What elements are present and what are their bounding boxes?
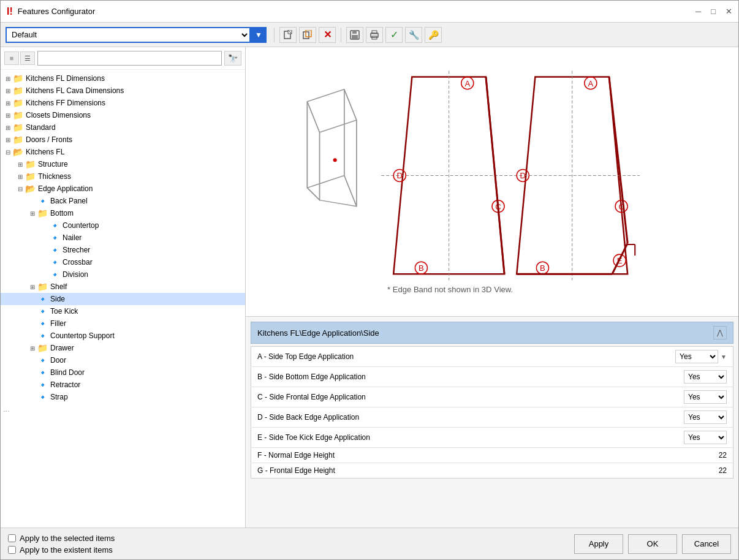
tree-item-blind-door[interactable]: 🔹 Blind Door	[1, 366, 245, 379]
tree-toggle	[28, 306, 37, 316]
tree-item-side[interactable]: 🔹 Side	[1, 293, 245, 305]
tree-item-bottom[interactable]: ⊞ 📁 Bottom	[1, 207, 245, 219]
dropdown-arrow-button[interactable]: ▼	[251, 27, 267, 43]
properties-header: Kitchens FL\Edge Application\Side ⋀	[251, 322, 733, 344]
panel-diagram-left: A D C B	[381, 71, 517, 281]
tree-item-standard[interactable]: ⊞ 📁 Standard	[1, 121, 245, 134]
prop-select-d-back[interactable]: YesNo	[684, 411, 727, 424]
prop-select-e-toekick[interactable]: YesNo	[684, 431, 727, 444]
save-button[interactable]	[346, 27, 363, 43]
prop-display-g-frontal: 22	[719, 466, 727, 475]
tree-toggle	[28, 355, 37, 365]
search-bar: ≡ ☰ 🔭	[1, 47, 245, 70]
prop-value-c-frontal: YesNo	[564, 387, 733, 407]
tree-item-strap[interactable]: 🔹 Strap	[1, 391, 245, 403]
tree-item-thickness[interactable]: ⊞ 📁 Thickness	[1, 170, 245, 183]
bottom-bar: Apply to the selected items Apply to the…	[1, 528, 738, 559]
prop-select-c-frontal[interactable]: YesNo	[684, 390, 727, 404]
tree-item-door[interactable]: 🔹 Door	[1, 354, 245, 366]
apply-button[interactable]: Apply	[574, 534, 623, 554]
tree-item-shelf[interactable]: ⊞ 📁 Shelf	[1, 281, 245, 293]
tree-item-crossbar[interactable]: 🔹 Crossbar	[1, 256, 245, 268]
prop-label-a-top: A - Side Top Edge Application	[251, 347, 565, 367]
checkbox-selected-items[interactable]	[8, 534, 16, 542]
tree-view-button[interactable]: ≡	[4, 51, 19, 65]
wrench-button[interactable]: 🔧	[405, 27, 422, 43]
tree-list-button[interactable]: ☰	[20, 51, 35, 65]
key-button[interactable]: 🔑	[425, 27, 442, 43]
tree-item-kitchens-fl-cava[interactable]: ⊞ 📁 Kitchens FL Cava Dimensions	[1, 85, 245, 97]
tree-item-closets-dim[interactable]: ⊞ 📁 Closets Dimensions	[1, 109, 245, 121]
leaf-icon: 🔹	[50, 245, 60, 255]
tree-item-countertop[interactable]: 🔹 Countertop	[1, 219, 245, 232]
svg-point-19	[333, 158, 337, 162]
tree-toggle	[40, 233, 50, 243]
tree-toggle	[28, 196, 37, 206]
close-button[interactable]: ✕	[726, 7, 732, 16]
svg-marker-14	[344, 89, 357, 206]
tree-item-strecher[interactable]: 🔹 Strecher	[1, 244, 245, 256]
tree-item-division[interactable]: 🔹 Division	[1, 268, 245, 281]
cabinet-sketch	[307, 89, 356, 206]
tree-item-nailer[interactable]: 🔹 Nailer	[1, 232, 245, 244]
ok-button[interactable]: OK	[628, 534, 677, 554]
minimize-button[interactable]: ─	[695, 7, 701, 16]
preset-dropdown-wrapper: Default ▼	[6, 27, 269, 43]
delete-button[interactable]: ✕	[319, 27, 336, 43]
maximize-button[interactable]: □	[711, 7, 716, 16]
prop-value-d-back: YesNo	[564, 407, 733, 427]
checkbox-existent-items[interactable]	[8, 546, 16, 554]
tree-item-back-panel[interactable]: 🔹 Back Panel	[1, 195, 245, 207]
tree-toggle: ⊞	[28, 282, 37, 292]
checkbox-selected-items-row[interactable]: Apply to the selected items	[8, 534, 115, 543]
copy-button[interactable]	[299, 27, 316, 43]
tree-item-doors-fronts[interactable]: ⊞ 📁 Doors / Fronts	[1, 134, 245, 146]
leaf-icon: 🔹	[37, 331, 48, 341]
tree-item-kitchens-fl[interactable]: ⊟ 📂 Kitchens FL	[1, 146, 245, 158]
tree-item-kitchens-fl-dim[interactable]: ⊞ 📁 Kitchens FL Dimensions	[1, 72, 245, 85]
tree-toggle: ⊞	[3, 135, 13, 145]
new-config-button[interactable]	[279, 27, 297, 43]
leaf-icon: 🔹	[37, 368, 48, 377]
tree-item-filler[interactable]: 🔹 Filler	[1, 317, 245, 330]
prop-value-a-top: YesNo ▼	[564, 347, 733, 366]
prop-value-wrapper: YesNo	[684, 390, 727, 404]
prop-value-wrapper: YesNo ▼	[675, 350, 727, 363]
tree-toggle: ⊟	[15, 184, 25, 194]
collapse-properties-button[interactable]: ⋀	[713, 326, 727, 339]
prop-select-b-bottom[interactable]: YesNo	[684, 370, 727, 384]
tree-toggle	[40, 257, 50, 267]
tree-item-retractor[interactable]: 🔹 Retractor	[1, 379, 245, 391]
folder-icon: 📁	[37, 208, 48, 218]
preset-dropdown[interactable]: Default	[6, 27, 251, 43]
search-bar-icons: ≡ ☰	[4, 51, 35, 65]
print-button[interactable]	[366, 27, 383, 43]
save-icon	[350, 30, 360, 40]
tree-item-toe-kick[interactable]: 🔹 Toe Kick	[1, 305, 245, 317]
cancel-button[interactable]: Cancel	[682, 534, 731, 554]
search-input[interactable]	[37, 51, 222, 66]
prop-row-g-frontal: G - Frontal Edge Height 22	[251, 463, 733, 479]
tree-item-structure[interactable]: ⊞ 📁 Structure	[1, 158, 245, 170]
tree-item-edge-application[interactable]: ⊟ 📂 Edge Application	[1, 183, 245, 195]
leaf-icon: 🔹	[50, 257, 60, 267]
folder-icon: 📁	[37, 343, 48, 353]
search-binocular-button[interactable]: 🔭	[224, 51, 241, 66]
left-panel: ≡ ☰ 🔭 ⊞ 📁 Kitchens FL Dimensions ⊞ 📁 Kit…	[1, 47, 246, 528]
folder-icon: 📁	[37, 282, 48, 292]
tree-item-kitchens-ff-dim[interactable]: ⊞ 📁 Kitchens FF Dimensions	[1, 97, 245, 109]
tree-toggle	[40, 270, 50, 279]
folder-icon: 📁	[13, 135, 23, 145]
leaf-icon: 🔹	[50, 221, 60, 230]
checkbox-existent-items-row[interactable]: Apply to the existent items	[8, 545, 115, 554]
apply-green-button[interactable]: ✓	[385, 27, 403, 43]
svg-line-45	[609, 77, 627, 243]
panel-diagram-right: A D C B E	[504, 71, 640, 281]
prop-value-e-toekick: YesNo	[564, 428, 733, 447]
tree-toggle: ⊟	[3, 147, 13, 157]
svg-rect-6	[352, 31, 357, 34]
tree-item-drawer[interactable]: ⊞ 📁 Drawer	[1, 342, 245, 354]
prop-select-a-top[interactable]: YesNo	[675, 350, 718, 363]
tree-toggle: ⊞	[15, 172, 25, 181]
tree-item-countertop-support[interactable]: 🔹 Countertop Support	[1, 330, 245, 342]
